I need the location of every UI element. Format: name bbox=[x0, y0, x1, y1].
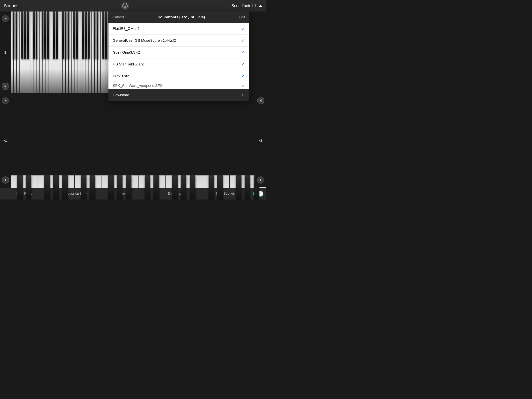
modal-item-text: HS StarTrekFX.sf2 bbox=[113, 62, 144, 66]
modal-list-item[interactable]: FluidR3_GM.sf2 ✓ bbox=[108, 23, 249, 35]
black-key[interactable] bbox=[56, 12, 58, 59]
black-key[interactable] bbox=[13, 12, 14, 59]
black-key[interactable] bbox=[126, 175, 132, 200]
modal-item-text: FluidR3_GM.sf2 bbox=[113, 26, 139, 31]
black-key[interactable] bbox=[44, 175, 50, 200]
modal-list-item[interactable]: PC51f.sf2 ✓ bbox=[108, 70, 249, 82]
black-key[interactable] bbox=[181, 175, 186, 200]
black-key[interactable] bbox=[89, 175, 95, 200]
modal-list: FluidR3_GM.sf2 ✓ GeneralUser GS MuseScor… bbox=[108, 23, 249, 89]
check-icon: ✓ bbox=[241, 26, 245, 31]
bottom-left-back-button[interactable] bbox=[2, 176, 9, 184]
piano-top-keyboard[interactable] bbox=[11, 12, 112, 93]
nav-right[interactable]: Soundfonts Lib bbox=[232, 4, 262, 8]
bottom-left-play-button[interactable] bbox=[2, 97, 9, 104]
black-key[interactable] bbox=[172, 175, 177, 200]
black-key[interactable] bbox=[21, 12, 23, 59]
modal-list-item[interactable]: Gusli Gina3.SF2 ✓ bbox=[108, 46, 249, 58]
svg-marker-10 bbox=[260, 99, 261, 102]
black-key[interactable] bbox=[76, 12, 78, 59]
modal-cancel-button[interactable]: Cancel bbox=[112, 15, 124, 19]
svg-marker-9 bbox=[4, 179, 6, 181]
black-key[interactable] bbox=[68, 12, 69, 59]
black-key[interactable] bbox=[88, 12, 89, 59]
soundfonts-modal: Cancel Soundfonts (.sf2 , .sf , .dls) Ed… bbox=[108, 12, 249, 101]
black-key[interactable] bbox=[47, 12, 49, 59]
svg-marker-8 bbox=[5, 99, 7, 102]
modal-list-item[interactable]: HS StarTrekFX.sf2 ✓ bbox=[108, 58, 249, 70]
svg-point-3 bbox=[122, 5, 123, 7]
bottom-item-stop-sounds[interactable]: Stop Sounds bbox=[200, 188, 250, 200]
check-icon: ✓ bbox=[241, 74, 245, 78]
black-key[interactable] bbox=[44, 12, 46, 59]
refresh-icon[interactable]: ↻ bbox=[241, 93, 245, 97]
black-key[interactable] bbox=[24, 12, 26, 59]
side-controls-top: 1 bbox=[0, 12, 11, 93]
side-controls-bottom-right: -1 bbox=[255, 94, 266, 187]
bottom-right-back-button[interactable] bbox=[257, 176, 264, 184]
black-key[interactable] bbox=[117, 175, 122, 200]
black-key[interactable] bbox=[33, 12, 35, 59]
black-key[interactable] bbox=[73, 12, 75, 59]
modal-item-text: GeneralUser GS MuseScore v1.44.sf2 bbox=[113, 38, 176, 43]
top-play-button[interactable] bbox=[2, 15, 9, 22]
top-back-button[interactable] bbox=[2, 83, 9, 90]
check-icon: ✓ bbox=[241, 38, 245, 43]
black-key[interactable] bbox=[102, 12, 104, 59]
bottom-item-reverb[interactable]: Reverb bbox=[100, 188, 150, 200]
black-key[interactable] bbox=[85, 12, 87, 59]
black-key[interactable] bbox=[53, 175, 59, 200]
bottom-item-midi-player[interactable]: MIDI Player bbox=[0, 188, 50, 200]
black-key[interactable] bbox=[53, 12, 55, 59]
modal-header: Cancel Soundfonts (.sf2 , .sf , .dls) Ed… bbox=[108, 12, 249, 23]
nav-title: Sounds bbox=[4, 3, 19, 8]
check-icon: ✓ bbox=[241, 62, 245, 67]
modal-list-item[interactable]: SFX_StarWars_weapons.SF2 ✓ bbox=[108, 82, 249, 89]
black-key[interactable] bbox=[27, 12, 29, 59]
black-key[interactable] bbox=[82, 12, 84, 59]
bottom-right-octave-label: -1 bbox=[259, 138, 263, 143]
black-key[interactable] bbox=[81, 175, 86, 200]
modal-list-item[interactable]: GeneralUser GS MuseScore v1.44.sf2 ✓ bbox=[108, 35, 249, 46]
check-icon: ✓ bbox=[241, 83, 245, 88]
paw-icon bbox=[121, 2, 129, 10]
black-key[interactable] bbox=[153, 175, 159, 200]
modal-footer: Download ↻ bbox=[108, 89, 249, 101]
download-button[interactable]: Download bbox=[113, 93, 129, 97]
black-key[interactable] bbox=[108, 175, 114, 200]
black-key[interactable] bbox=[62, 12, 64, 59]
svg-marker-11 bbox=[260, 179, 262, 181]
black-key[interactable] bbox=[105, 12, 107, 59]
modal-item-text: PC51f.sf2 bbox=[113, 74, 129, 78]
black-key[interactable] bbox=[16, 12, 17, 59]
black-key[interactable] bbox=[94, 12, 95, 59]
bottom-bar: MIDI Player Percussion Bank Reverb Disto… bbox=[0, 188, 266, 200]
black-key[interactable] bbox=[97, 12, 98, 59]
modal-title: Soundfonts (.sf2 , .sf , .dls) bbox=[158, 15, 205, 19]
black-key[interactable] bbox=[190, 175, 195, 200]
black-key[interactable] bbox=[65, 12, 66, 59]
modal-edit-button[interactable]: Edit bbox=[239, 15, 245, 19]
black-key[interactable] bbox=[17, 175, 23, 200]
black-key[interactable] bbox=[245, 175, 250, 200]
top-nav: Sounds Soundfonts Lib bbox=[0, 0, 266, 12]
soundfonts-lib-label: Soundfonts Lib bbox=[232, 4, 257, 8]
modal-item-text: SFX_StarWars_weapons.SF2 bbox=[113, 84, 162, 88]
black-key[interactable] bbox=[26, 175, 31, 200]
black-key[interactable] bbox=[42, 12, 44, 59]
black-key[interactable] bbox=[236, 175, 241, 200]
svg-point-4 bbox=[127, 5, 128, 7]
black-key[interactable] bbox=[62, 175, 68, 200]
check-icon: ✓ bbox=[241, 50, 245, 55]
modal-item-text: Gusli Gina3.SF2 bbox=[113, 50, 140, 55]
black-key[interactable] bbox=[209, 175, 214, 200]
black-key[interactable] bbox=[145, 175, 150, 200]
svg-marker-6 bbox=[5, 17, 7, 20]
black-key[interactable] bbox=[217, 175, 223, 200]
bottom-right-play-button[interactable] bbox=[257, 97, 264, 104]
side-controls-bottom-left: -1 bbox=[0, 94, 11, 187]
black-key[interactable] bbox=[36, 12, 38, 59]
svg-point-1 bbox=[123, 3, 124, 5]
bottom-left-octave-label: -1 bbox=[4, 138, 7, 143]
svg-marker-7 bbox=[4, 85, 6, 87]
